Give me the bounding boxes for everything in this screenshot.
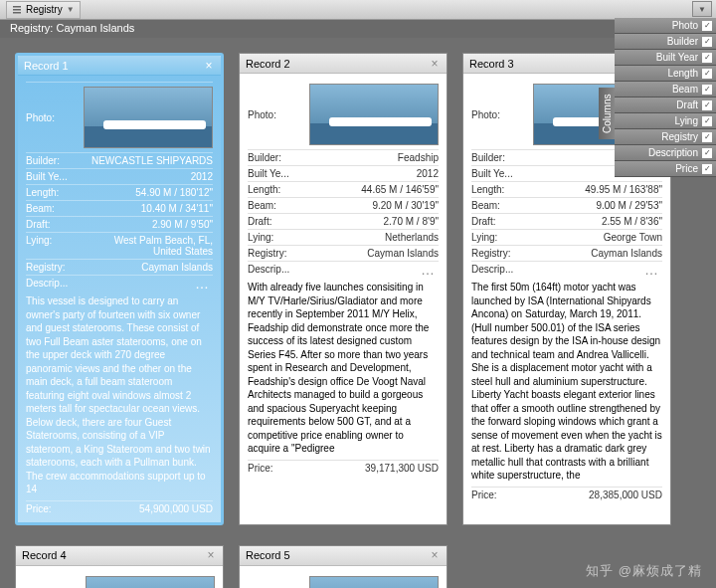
column-item[interactable]: Draft✓ [615,98,716,113]
field-value: 9.00 M / 29'53" [596,200,662,211]
column-item[interactable]: Beam✓ [615,82,716,98]
field-label: Price: [471,490,497,500]
field-value: 9.20 M / 30'19" [372,200,439,211]
svg-rect-2 [13,12,21,14]
tab-label: Registry [26,4,63,15]
field-value: 2.70 M / 8'9" [384,216,440,227]
field-label: Built Ye... [248,168,289,179]
checkbox-icon: ✓ [702,53,712,63]
record-card[interactable]: Record 2×Photo:Builder:FeadshipBuilt Ye.… [239,53,448,525]
field-label: Registry: [471,248,510,259]
checkbox-icon: ✓ [702,148,712,158]
column-item[interactable]: Price✓ [615,161,716,177]
yacht-photo [309,84,439,145]
svg-rect-1 [13,9,21,11]
field-label: Lying: [248,232,273,243]
field-value: Cayman Islands [367,248,439,259]
field-label: Built Ye... [26,171,68,182]
field-label: Lying: [26,235,52,246]
columns-panel: ▼ Columns Photo✓Builder✓Built Year✓Lengt… [615,18,716,177]
column-label: Beam [672,84,698,95]
field-label: Draft: [248,216,271,227]
record-card[interactable]: Record 4×Photo: [15,545,224,589]
close-icon[interactable]: × [205,549,217,561]
close-icon[interactable]: × [429,58,441,70]
watermark: 知乎 @麻烦成了精 [586,562,702,580]
checkbox-icon: ✓ [702,21,712,31]
yacht-photo [86,576,215,589]
field-label: Length: [471,184,504,195]
column-label: Price [675,163,698,174]
field-label: Price: [248,463,273,474]
card-title: Record 1 [24,60,69,72]
description-text: The first 50m (164ft) motor yacht was la… [471,277,662,487]
card-header: Record 5× [240,546,447,566]
column-item[interactable]: Length✓ [615,66,716,82]
field-label: Photo: [471,109,500,120]
bars-icon [12,5,22,15]
field-value: 39,171,300 USD [365,463,439,474]
column-item[interactable]: Built Year✓ [615,50,716,66]
columns-tab[interactable]: Columns [599,88,615,139]
field-label: Descrip... [26,278,68,289]
chevron-down-icon: ▼ [698,5,706,14]
field-value: 54,900,000 USD [139,503,213,514]
registry-tab[interactable]: Registry ▼ [6,1,81,19]
column-item[interactable]: Registry✓ [615,129,716,145]
chevron-down-icon: ▼ [67,5,75,14]
field-value: West Palm Beach, FL, United States [84,235,213,257]
field-label: Beam: [471,200,500,211]
field-value: 2012 [191,171,213,182]
field-label: Descrip... [248,264,289,275]
card-header: Record 4× [16,546,223,566]
topbar: Registry ▼ [0,0,716,20]
checkbox-icon: ✓ [702,69,712,79]
field-label: Length: [26,187,59,198]
column-label: Lying [674,115,698,126]
checkbox-icon: ✓ [702,132,712,142]
breadcrumb: Registry: Cayman Islands [0,20,716,38]
column-label: Photo [672,20,698,31]
field-label: Beam: [26,203,55,214]
field-value: 2.90 M / 9'50" [152,219,213,230]
column-item[interactable]: Description✓ [615,145,716,161]
field-label: Beam: [248,200,276,211]
checkbox-icon: ✓ [702,100,712,110]
column-label: Length [667,68,698,79]
record-card[interactable]: Record 5×Photo: [239,545,448,589]
card-title: Record 3 [469,58,514,70]
field-label: Registry: [26,262,65,273]
columns-panel-toggle[interactable]: ▼ [692,1,712,17]
close-icon[interactable]: × [203,60,215,72]
record-card[interactable]: Record 1×Photo:Builder:NEWCASTLE SHIPYAR… [15,53,224,525]
field-value: NEWCASTLE SHIPYARDS [91,155,213,166]
column-item[interactable]: Builder✓ [615,34,716,50]
checkbox-icon: ✓ [702,116,712,126]
field-value: 49.95 M / 163'88" [585,184,662,195]
svg-rect-0 [13,6,21,8]
close-icon[interactable]: × [429,549,441,561]
field-label: Draft: [471,216,495,227]
field-value: 44.65 M / 146'59" [361,184,439,195]
column-label: Draft [676,99,698,110]
checkbox-icon: ✓ [702,164,712,174]
yacht-photo [309,576,439,589]
card-title: Record 2 [246,58,290,70]
column-item[interactable]: Photo✓ [615,18,716,34]
checkbox-icon: ✓ [702,37,712,47]
field-value: George Town [604,232,662,243]
column-item[interactable]: Lying✓ [615,113,716,129]
column-label: Description [648,147,698,158]
yacht-photo [84,87,213,148]
card-title: Record 4 [22,549,67,561]
field-label: Builder: [26,155,60,166]
field-label: Registry: [248,248,286,259]
field-value: 10.40 M / 34'11" [141,203,213,214]
field-label: Photo: [248,109,276,120]
field-value: 28,385,000 USD [589,490,662,500]
column-label: Built Year [656,52,698,63]
field-label: Length: [248,184,280,195]
description-text: This vessel is designed to carry an owne… [26,291,213,500]
field-value: Cayman Islands [591,248,662,259]
column-label: Builder [667,36,698,47]
